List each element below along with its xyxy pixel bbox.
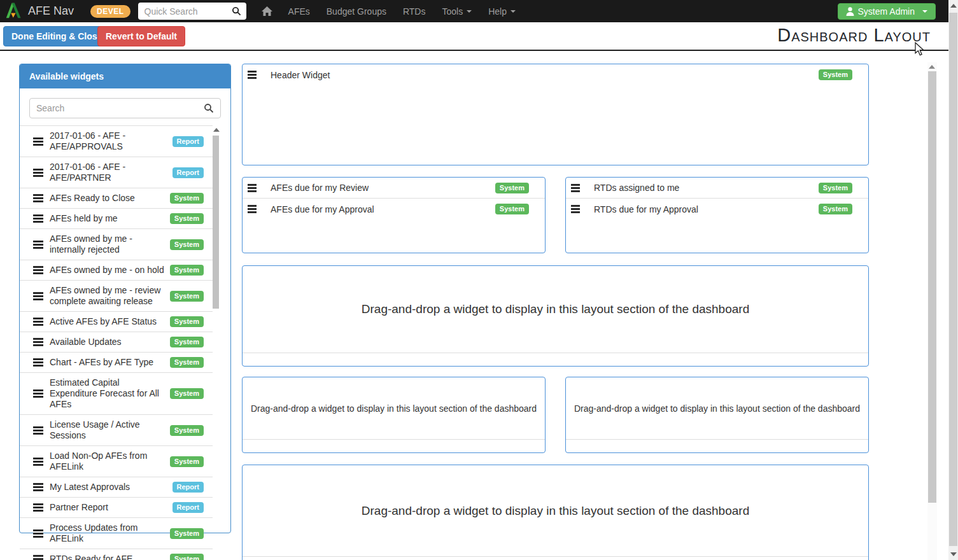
widget-list-item[interactable]: Process Updates from AFELink System <box>20 517 213 549</box>
drag-handle-icon[interactable] <box>33 169 43 177</box>
widget-label: Partner Report <box>50 502 173 513</box>
widget-list-item[interactable]: License Usage / Active Sessions System <box>20 414 213 445</box>
drag-handle-icon[interactable] <box>571 184 580 192</box>
magnifier-icon[interactable] <box>232 6 241 16</box>
brand-name[interactable]: AFE Nav <box>28 4 74 18</box>
drag-handle-icon[interactable] <box>248 205 257 213</box>
widget-list-item[interactable]: AFEs owned by me - review complete await… <box>20 280 213 311</box>
widget-list-item[interactable]: My Latest Approvals Report <box>20 477 213 497</box>
widget-type-badge: System <box>819 204 852 214</box>
widget-list-item[interactable]: Chart - AFEs by AFE Type System <box>20 352 213 372</box>
widget-type-badge: System <box>170 357 204 368</box>
widget-list-item[interactable]: Estimated Capital Expenditure Forecast f… <box>20 372 213 414</box>
drag-handle-icon[interactable] <box>33 137 43 146</box>
drag-handle-icon[interactable] <box>33 483 43 491</box>
scroll-up-icon[interactable] <box>950 4 957 8</box>
drag-handle-icon[interactable] <box>33 214 43 223</box>
widget-list-item[interactable]: Active AFEs by AFE Status System <box>20 311 213 332</box>
drag-handle-icon[interactable] <box>33 426 43 435</box>
widget-type-badge: System <box>170 337 204 347</box>
nav-item-help[interactable]: Help <box>480 6 524 17</box>
widget-type-badge: Report <box>173 136 204 147</box>
widget-type-badge: System <box>819 183 852 193</box>
empty-drop-zone-left[interactable]: Drag-and-drop a widget to display in thi… <box>242 377 546 453</box>
scroll-up-icon[interactable] <box>929 65 935 69</box>
drag-handle-icon[interactable] <box>33 338 43 346</box>
main-nav: AFEs Budget Groups RTDs Tools Help <box>280 6 524 17</box>
empty-drop-zone-middle[interactable]: Drag-and-drop a widget to display in thi… <box>242 265 869 367</box>
widget-search-input[interactable] <box>36 103 204 113</box>
widget-label: 2017-01-06 - AFE - AFE/PARTNER <box>50 162 173 183</box>
placed-widget-row[interactable]: RTDs due for my Approval System <box>566 199 868 220</box>
scrollbar-thumb[interactable] <box>928 71 936 503</box>
drag-handle-icon[interactable] <box>33 389 43 398</box>
widget-label: Chart - AFEs by AFE Type <box>50 357 170 368</box>
widget-label: My Latest Approvals <box>50 482 173 493</box>
widget-list-item[interactable]: Available Updates System <box>20 332 213 352</box>
layout-section-header[interactable]: Header Widget System <box>242 64 869 165</box>
done-editing-button[interactable]: Done Editing & Close <box>3 26 110 46</box>
widget-list-item[interactable]: AFEs Ready to Close System <box>20 188 213 208</box>
drag-handle-icon[interactable] <box>33 358 43 367</box>
widget-list: 2017-01-06 - AFE - AFE/APPROVALS Report … <box>20 125 213 560</box>
widget-type-badge: System <box>170 193 204 204</box>
widget-list-item[interactable]: Partner Report Report <box>20 497 213 517</box>
panel-title: Available widgets <box>20 64 230 88</box>
widget-label: RTDs assigned to me <box>594 183 679 193</box>
drag-handle-icon[interactable] <box>248 71 257 79</box>
drag-handle-icon[interactable] <box>33 194 43 202</box>
widget-list-scrollbar[interactable] <box>212 125 220 560</box>
revert-default-button[interactable]: Revert to Default <box>97 26 185 46</box>
drag-handle-icon[interactable] <box>33 318 43 326</box>
drag-handle-icon[interactable] <box>248 184 257 192</box>
placed-widget-row[interactable]: AFEs due for my Approval System <box>243 199 545 220</box>
widget-label: AFEs Ready to Close <box>50 193 170 204</box>
dashboard-scrollbar[interactable] <box>927 62 937 560</box>
layout-section-right[interactable]: RTDs assigned to me System RTDs due for … <box>565 177 869 253</box>
home-nav-button[interactable] <box>262 6 272 17</box>
nav-item-budget-groups[interactable]: Budget Groups <box>318 6 395 17</box>
page-scrollbar[interactable] <box>948 0 958 560</box>
widget-label: Load Non-Op AFEs from AFELink <box>50 451 170 472</box>
widget-list-item[interactable]: 2017-01-06 - AFE - AFE/PARTNER Report <box>20 157 213 188</box>
widget-search-box[interactable] <box>29 98 221 118</box>
widget-label: AFEs owned by me - review complete await… <box>50 285 170 307</box>
widget-list-item[interactable]: AFEs held by me System <box>20 208 213 228</box>
layout-section-left[interactable]: AFEs due for my Review System AFEs due f… <box>242 177 546 253</box>
placed-widget-row[interactable]: Header Widget System <box>243 64 868 85</box>
quick-search-box[interactable] <box>138 3 246 20</box>
drag-handle-icon[interactable] <box>33 555 43 560</box>
caret-down-icon <box>922 10 927 13</box>
quick-search-input[interactable] <box>144 6 232 17</box>
drag-handle-icon[interactable] <box>571 205 580 213</box>
widget-label: 2017-01-06 - AFE - AFE/APPROVALS <box>50 130 173 152</box>
widget-list-item[interactable]: Load Non-Op AFEs from AFELink System <box>20 445 213 477</box>
widget-list-item[interactable]: RTDs Ready for AFE System <box>20 549 213 560</box>
page-title: Dashboard Layout <box>777 25 931 46</box>
widget-list-item[interactable]: AFEs owned by me - internally rejected S… <box>20 228 213 260</box>
widget-list-item[interactable]: 2017-01-06 - AFE - AFE/APPROVALS Report <box>20 125 213 157</box>
widget-list-item[interactable]: AFEs owned by me - on hold System <box>20 260 213 280</box>
scrollbar-thumb[interactable] <box>213 136 219 309</box>
nav-item-rtds[interactable]: RTDs <box>395 6 434 17</box>
scroll-down-icon[interactable] <box>950 552 957 556</box>
nav-item-afes[interactable]: AFEs <box>280 6 318 17</box>
drag-handle-icon[interactable] <box>33 503 43 512</box>
drag-handle-icon[interactable] <box>33 266 43 274</box>
widget-label: AFEs due for my Review <box>271 183 369 193</box>
drag-handle-icon[interactable] <box>33 292 43 300</box>
placed-widget-row[interactable]: AFEs due for my Review System <box>243 178 545 199</box>
drop-zone-hint: Drag-and-drop a widget to display in thi… <box>243 266 868 353</box>
drag-handle-icon[interactable] <box>33 241 43 249</box>
scroll-up-icon[interactable] <box>213 128 220 132</box>
empty-drop-zone-right[interactable]: Drag-and-drop a widget to display in thi… <box>565 377 869 453</box>
nav-item-tools[interactable]: Tools <box>433 6 480 17</box>
drag-handle-icon[interactable] <box>33 458 43 466</box>
nav-item-label: Tools <box>442 6 463 17</box>
empty-drop-zone-bottom[interactable]: Drag-and-drop a widget to display in thi… <box>242 465 869 560</box>
user-menu-button[interactable]: System Admin <box>838 3 936 20</box>
drag-handle-icon[interactable] <box>33 529 43 538</box>
widget-label: RTDs Ready for AFE <box>50 554 170 560</box>
scrollbar-thumb[interactable] <box>949 13 957 546</box>
placed-widget-row[interactable]: RTDs assigned to me System <box>566 178 868 199</box>
